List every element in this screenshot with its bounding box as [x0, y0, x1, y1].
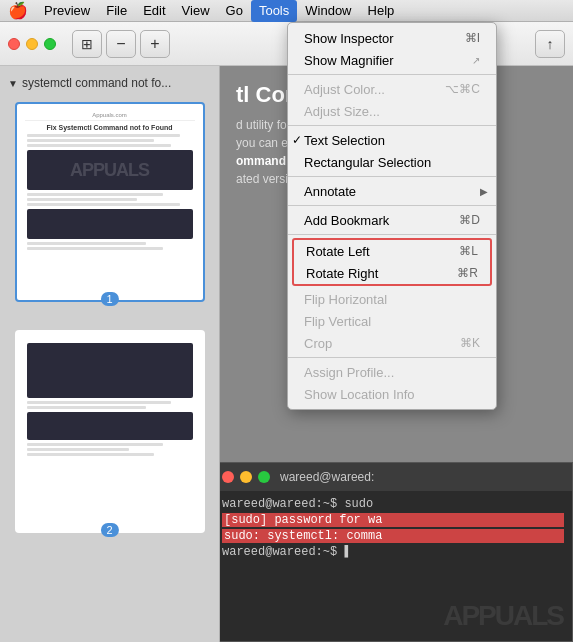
- thumb-line: [27, 203, 180, 206]
- menu-tools[interactable]: Tools: [251, 0, 297, 22]
- thumb-line: [27, 134, 180, 137]
- show-location-info-label: Show Location Info: [304, 387, 415, 402]
- thumb-image-4: [27, 412, 193, 440]
- menu-show-magnifier[interactable]: Show Magnifier ↗: [288, 49, 496, 71]
- appuals-logo-small: APPUALS: [70, 160, 149, 181]
- menu-text-selection[interactable]: Text Selection: [288, 129, 496, 151]
- thumb-line: [27, 144, 172, 147]
- menu-file[interactable]: File: [98, 0, 135, 22]
- thumb-image-2: [27, 209, 193, 239]
- assign-profile-label: Assign Profile...: [304, 365, 394, 380]
- thumb-content-1: Appuals.com Fix Systemctl Command not fo…: [25, 112, 195, 292]
- terminal-line-1: wareed@wareed:~$ sudo: [222, 497, 564, 511]
- show-magnifier-label: Show Magnifier: [304, 53, 394, 68]
- menu-show-location-info[interactable]: Show Location Info: [288, 383, 496, 405]
- thumb-page-title: Fix Systemctl Command not fo Found: [25, 124, 195, 131]
- thumb-line: [27, 401, 172, 404]
- terminal-close-button[interactable]: [222, 471, 234, 483]
- menu-annotate[interactable]: Annotate: [288, 180, 496, 202]
- thumb-header: Appuals.com: [25, 112, 195, 121]
- sidebar-toggle-button[interactable]: ⊞: [72, 30, 102, 58]
- menu-preview[interactable]: Preview: [36, 0, 98, 22]
- thumb-line: [27, 193, 163, 196]
- add-bookmark-shortcut: ⌘D: [459, 213, 480, 227]
- thumb-image-3: [27, 343, 193, 398]
- rotate-left-shortcut: ⌘L: [459, 244, 478, 258]
- separator-1: [288, 74, 496, 75]
- menu-flip-vertical[interactable]: Flip Vertical: [288, 310, 496, 332]
- menu-view[interactable]: View: [174, 0, 218, 22]
- thumb-line: [27, 242, 146, 245]
- rotate-group: Rotate Left ⌘L Rotate Right ⌘R: [292, 238, 492, 286]
- terminal-title: wareed@wareed:: [280, 470, 374, 484]
- menu-rectangular-selection[interactable]: Rectangular Selection: [288, 151, 496, 173]
- add-bookmark-label: Add Bookmark: [304, 213, 389, 228]
- thumbnail-page-1[interactable]: Appuals.com Fix Systemctl Command not fo…: [15, 102, 205, 302]
- terminal-line-4: wareed@wareed:~$ ▌: [222, 545, 564, 559]
- menu-assign-profile[interactable]: Assign Profile...: [288, 361, 496, 383]
- separator-4: [288, 205, 496, 206]
- terminal-body: wareed@wareed:~$ sudo [sudo] password fo…: [220, 491, 572, 641]
- thumb-line: [27, 247, 163, 250]
- tools-menu[interactable]: Show Inspector ⌘I Show Magnifier ↗ Adjus…: [287, 22, 497, 410]
- annotate-label: Annotate: [304, 184, 356, 199]
- menu-rotate-right[interactable]: Rotate Right ⌘R: [294, 262, 490, 284]
- menu-adjust-size[interactable]: Adjust Size...: [288, 100, 496, 122]
- thumb-content-2: [25, 343, 195, 523]
- separator-2: [288, 125, 496, 126]
- terminal-minimize-button[interactable]: [240, 471, 252, 483]
- text-selection-label: Text Selection: [304, 133, 385, 148]
- terminal-line-2: [sudo] password for wa: [222, 513, 564, 527]
- close-button[interactable]: [8, 38, 20, 50]
- minimize-button[interactable]: [26, 38, 38, 50]
- thumb-line: [27, 453, 155, 456]
- rotate-left-label: Rotate Left: [306, 244, 370, 259]
- sidebar: ▼ systemctl command not fo... Appuals.co…: [0, 66, 220, 642]
- page-badge-1: 1: [100, 292, 118, 306]
- thumb-line: [27, 198, 138, 201]
- show-inspector-label: Show Inspector: [304, 31, 394, 46]
- terminal-window: wareed@wareed: wareed@wareed:~$ sudo [su…: [220, 462, 573, 642]
- zoom-out-button[interactable]: −: [106, 30, 136, 58]
- thumb-image-1: APPUALS: [27, 150, 193, 190]
- crop-label: Crop: [304, 336, 332, 351]
- menu-rotate-left[interactable]: Rotate Left ⌘L: [294, 240, 490, 262]
- zoom-in-icon: +: [150, 35, 159, 53]
- crop-shortcut: ⌘K: [460, 336, 480, 350]
- menu-help[interactable]: Help: [360, 0, 403, 22]
- menu-go[interactable]: Go: [218, 0, 251, 22]
- terminal-line-3: sudo: systemctl: comma: [222, 529, 564, 543]
- show-inspector-shortcut: ⌘I: [465, 31, 480, 45]
- menu-adjust-color[interactable]: Adjust Color... ⌥⌘C: [288, 78, 496, 100]
- flip-vertical-label: Flip Vertical: [304, 314, 371, 329]
- sidebar-header: ▼ systemctl command not fo...: [4, 74, 215, 92]
- fullscreen-button[interactable]: [44, 38, 56, 50]
- menu-crop[interactable]: Crop ⌘K: [288, 332, 496, 354]
- terminal-titlebar: wareed@wareed:: [220, 463, 572, 491]
- menu-edit[interactable]: Edit: [135, 0, 173, 22]
- adjust-size-label: Adjust Size...: [304, 104, 380, 119]
- thumbnail-page-2[interactable]: 2: [15, 330, 205, 533]
- menu-add-bookmark[interactable]: Add Bookmark ⌘D: [288, 209, 496, 231]
- share-button[interactable]: ↑: [535, 30, 565, 58]
- rotate-right-label: Rotate Right: [306, 266, 378, 281]
- thumb-line: [27, 448, 129, 451]
- sidebar-arrow-icon: ▼: [8, 78, 18, 89]
- zoom-in-button[interactable]: +: [140, 30, 170, 58]
- page-badge-2: 2: [100, 523, 118, 537]
- apple-menu[interactable]: 🍎: [8, 1, 28, 20]
- terminal-fullscreen-button[interactable]: [258, 471, 270, 483]
- thumb-line: [27, 139, 155, 142]
- rectangular-selection-label: Rectangular Selection: [304, 155, 431, 170]
- show-magnifier-shortcut: ↗: [472, 55, 480, 66]
- menu-window[interactable]: Window: [297, 0, 359, 22]
- zoom-out-icon: −: [116, 35, 125, 53]
- thumb-line: [27, 406, 146, 409]
- traffic-lights: [8, 38, 56, 50]
- thumb-line: [27, 443, 163, 446]
- separator-5: [288, 234, 496, 235]
- menu-flip-horizontal[interactable]: Flip Horizontal: [288, 288, 496, 310]
- adjust-color-label: Adjust Color...: [304, 82, 385, 97]
- menu-show-inspector[interactable]: Show Inspector ⌘I: [288, 27, 496, 49]
- separator-6: [288, 357, 496, 358]
